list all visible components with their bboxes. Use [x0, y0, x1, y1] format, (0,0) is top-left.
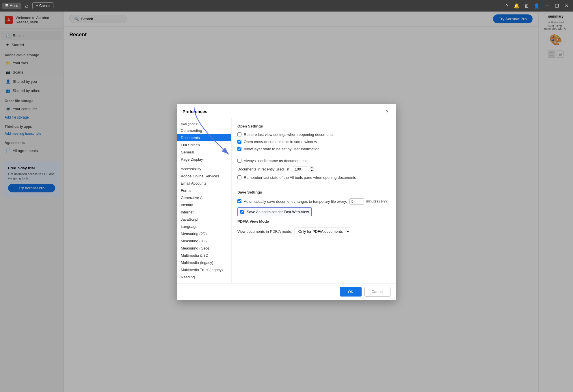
cat-reviewing[interactable]: Reviewing	[177, 281, 231, 283]
cat-adobe-online[interactable]: Adobe Online Services	[177, 172, 231, 180]
categories-label: Categories:	[177, 121, 231, 127]
preferences-title: Preferences	[183, 109, 207, 114]
allow-layer-row: Allow layer state to be set by user info…	[237, 147, 390, 151]
auto-save-minutes-input[interactable]	[349, 198, 364, 205]
cat-commenting[interactable]: Commenting	[177, 127, 231, 134]
restore-last-view-checkbox[interactable]	[237, 132, 241, 136]
cat-generative-ai[interactable]: Generative AI	[177, 194, 231, 201]
auto-save-suffix: minutes (1-99)	[366, 199, 388, 203]
hamburger-icon: ☰	[5, 4, 8, 8]
pdfa-select[interactable]: Only for PDF/A documents Always Never	[295, 228, 350, 235]
save-settings-title: Save Settings	[237, 190, 390, 194]
cat-full-screen[interactable]: Full Screen	[177, 141, 231, 149]
spinner-up-button[interactable]: ▲	[310, 166, 315, 169]
avatar-button[interactable]: 👤	[533, 2, 541, 10]
pdfa-row: View documents in PDF/A mode: Only for P…	[237, 228, 390, 235]
create-button[interactable]: + Create	[32, 2, 53, 9]
spinner-down-button[interactable]: ▼	[310, 169, 315, 172]
preferences-footer: OK Cancel	[177, 283, 396, 300]
cat-multimedia-legacy[interactable]: Multimedia (legacy)	[177, 259, 231, 266]
open-cross-doc-checkbox[interactable]	[237, 140, 241, 144]
cat-multimedia-trust[interactable]: Multimedia Trust (legacy)	[177, 266, 231, 273]
preferences-header: Preferences ×	[177, 104, 396, 118]
preferences-dialog: Preferences × Categories: Commenting Doc…	[177, 104, 396, 300]
cat-javascript[interactable]: JavaScript	[177, 216, 231, 223]
cat-documents[interactable]: Documents	[177, 134, 231, 141]
auto-save-row: Automatically save document changes to t…	[237, 198, 390, 205]
cat-internet[interactable]: Internet	[177, 209, 231, 216]
recently-used-row: Documents in recently used list: ▲ ▼	[237, 166, 390, 172]
close-button[interactable]: ✕	[562, 3, 571, 9]
remember-all-tools-checkbox[interactable]	[237, 175, 241, 179]
categories-panel: Categories: Commenting Documents Full Sc…	[177, 118, 232, 283]
help-icon-button[interactable]: ?	[505, 2, 510, 10]
restore-last-view-label: Restore last view settings when reopenin…	[244, 132, 334, 137]
cat-general[interactable]: General	[177, 149, 231, 156]
auto-save-label: Automatically save document changes to t…	[244, 199, 347, 204]
allow-layer-checkbox[interactable]	[237, 147, 241, 151]
use-filename-row: Always use filename as document title	[237, 159, 390, 163]
titlebar-right: ? 🔔 ⊞ 👤 ─ ☐ ✕	[505, 2, 571, 10]
allow-layer-label: Allow layer state to be set by user info…	[244, 147, 319, 151]
save-as-optimizes-row: Save As optimizes for Fast Web View	[237, 207, 312, 216]
cat-measuring-geo[interactable]: Measuring (Geo)	[177, 245, 231, 252]
cat-language[interactable]: Language	[177, 223, 231, 230]
pdfa-label: View documents in PDF/A mode:	[237, 229, 292, 234]
maximize-button[interactable]: ☐	[552, 3, 561, 9]
use-filename-checkbox[interactable]	[237, 159, 241, 163]
pdfa-title: PDF/A View Mode	[237, 219, 390, 224]
spinner-controls: ▲ ▼	[310, 166, 315, 172]
cat-identity[interactable]: Identity	[177, 201, 231, 209]
preferences-close-button[interactable]: ×	[384, 108, 390, 115]
menu-button[interactable]: ☰ Menu	[2, 3, 21, 9]
minimize-button[interactable]: ─	[544, 3, 551, 9]
apps-icon-button[interactable]: ⊞	[524, 2, 530, 10]
cat-reading[interactable]: Reading	[177, 273, 231, 281]
cat-measuring-2d[interactable]: Measuring (2D)	[177, 230, 231, 237]
recently-used-label: Documents in recently used list:	[237, 167, 291, 171]
pdfa-section: PDF/A View Mode View documents in PDF/A …	[237, 219, 390, 235]
window-controls: ─ ☐ ✕	[544, 3, 571, 9]
cat-forms[interactable]: Forms	[177, 187, 231, 194]
remember-all-tools-row: Remember last state of the All tools pan…	[237, 175, 390, 180]
cat-accessibility[interactable]: Accessibility	[177, 165, 231, 172]
remember-all-tools-label: Remember last state of the All tools pan…	[244, 175, 356, 180]
use-filename-label: Always use filename as document title	[244, 159, 307, 163]
cat-measuring-3d[interactable]: Measuring (3D)	[177, 237, 231, 245]
open-settings-title: Open Settings	[237, 124, 390, 128]
save-as-optimizes-label: Save As optimizes for Fast Web View	[247, 210, 309, 214]
app-titlebar: ☰ Menu ⌂ + Create ? 🔔 ⊞ 👤 ─ ☐ ✕	[0, 0, 573, 12]
ok-button[interactable]: OK	[340, 287, 362, 297]
modal-backdrop: Preferences × Categories: Commenting Doc…	[0, 12, 573, 392]
cat-multimedia-3d[interactable]: Multimedia & 3D	[177, 252, 231, 259]
menu-label: Menu	[10, 4, 18, 8]
cat-email-accounts[interactable]: Email Accounts	[177, 180, 231, 187]
home-button[interactable]: ⌂	[23, 2, 31, 10]
restore-last-view-row: Restore last view settings when reopenin…	[237, 132, 390, 137]
settings-panel: Open Settings Restore last view settings…	[232, 118, 396, 283]
open-cross-doc-label: Open cross-document links in same window	[244, 140, 317, 144]
cancel-button[interactable]: Cancel	[364, 287, 390, 297]
plus-icon: +	[36, 4, 38, 8]
cat-page-display[interactable]: Page Display	[177, 156, 231, 163]
open-cross-doc-row: Open cross-document links in same window	[237, 140, 390, 144]
preferences-body: Categories: Commenting Documents Full Sc…	[177, 118, 396, 283]
save-as-optimizes-checkbox[interactable]	[240, 210, 244, 214]
bell-icon-button[interactable]: 🔔	[513, 2, 521, 10]
auto-save-checkbox[interactable]	[237, 199, 241, 203]
recently-used-input[interactable]	[293, 166, 307, 172]
